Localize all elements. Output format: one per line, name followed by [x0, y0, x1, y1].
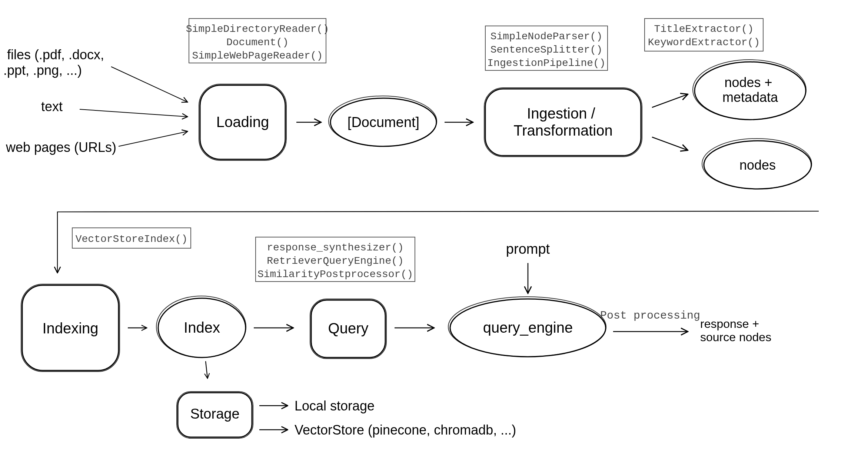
svg-text:response_synthesizer(): response_synthesizer()	[267, 242, 404, 253]
svg-text:KeywordExtractor(): KeywordExtractor()	[648, 37, 760, 48]
svg-text:Query: Query	[328, 320, 369, 336]
storage-local-label: Local storage	[295, 398, 375, 413]
svg-text:Document(): Document()	[226, 37, 289, 48]
svg-text:nodes +
      metadata: nodes + metadata	[722, 75, 778, 105]
svg-text:nodes: nodes	[739, 157, 776, 173]
input-files-label: files (.pdf, .docx, .ppt, .png, ...)	[3, 47, 108, 78]
arrow-ingestion-nodes	[652, 137, 687, 150]
svg-text:SimpleNodeParser(): SimpleNodeParser()	[490, 31, 602, 42]
arrow-index-storage	[206, 361, 207, 378]
query-node: Query	[310, 299, 386, 359]
arrow-web-loading	[119, 132, 187, 146]
pipeline-diagram: files (.pdf, .docx, .ppt, .png, ...) tex…	[0, 0, 868, 449]
loading-node: Loading	[199, 84, 286, 160]
query-api-box: response_synthesizer() RetrieverQueryEng…	[256, 237, 415, 282]
indexing-node: Indexing	[21, 284, 120, 372]
index-node: Index	[156, 296, 246, 357]
ingestion-node: Ingestion / Transformation	[484, 88, 642, 157]
svg-text:RetrieverQueryEngine(): RetrieverQueryEngine()	[267, 255, 404, 267]
query-engine-node: query_engine	[448, 297, 606, 357]
storage-vector-label: VectorStore (pinecone, chromadb, ...)	[295, 422, 516, 438]
nodes-node: nodes	[702, 139, 812, 189]
svg-text:VectorStoreIndex(): VectorStoreIndex()	[76, 233, 187, 245]
svg-text:Storage: Storage	[190, 406, 239, 422]
svg-text:IngestionPipeline(): IngestionPipeline()	[487, 57, 605, 69]
svg-text:SimpleWebPageReader(): SimpleWebPageReader()	[192, 50, 323, 61]
extractors-api-box: TitleExtractor() KeywordExtractor()	[645, 19, 763, 51]
ingestion-api-box: SimpleNodeParser() SentenceSplitter() In…	[485, 26, 608, 70]
arrow-files-loading	[111, 67, 187, 102]
svg-text:query_engine: query_engine	[483, 319, 573, 336]
svg-text:SimilarityPostprocessor(): SimilarityPostprocessor()	[257, 269, 413, 280]
input-web-label: web pages (URLs)	[6, 140, 116, 155]
svg-text:Loading: Loading	[216, 114, 269, 130]
post-processing-label: Post processing	[600, 309, 700, 322]
arrow-text-loading	[80, 109, 187, 117]
svg-text:SimpleDirectoryReader(): SimpleDirectoryReader()	[186, 23, 329, 35]
nodes-metadata-node: nodes + metadata	[693, 60, 806, 120]
storage-node: Storage	[177, 392, 253, 438]
arrow-ingestion-nodesmeta	[652, 94, 687, 107]
svg-text:Index: Index	[184, 319, 220, 336]
loading-api-box: SimpleDirectoryReader() Document() Simpl…	[186, 19, 329, 63]
indexing-api-box: VectorStoreIndex()	[72, 228, 191, 248]
svg-text:Indexing: Indexing	[42, 320, 98, 336]
svg-text:TitleExtractor(): TitleExtractor()	[654, 23, 754, 35]
prompt-label: prompt	[506, 241, 550, 257]
svg-text:[Document]: [Document]	[347, 114, 419, 130]
response-label: response + source nodes	[700, 317, 771, 344]
svg-text:SentenceSplitter(): SentenceSplitter()	[490, 44, 602, 56]
document-node: [Document]	[329, 96, 437, 146]
input-text-label: text	[41, 99, 63, 114]
